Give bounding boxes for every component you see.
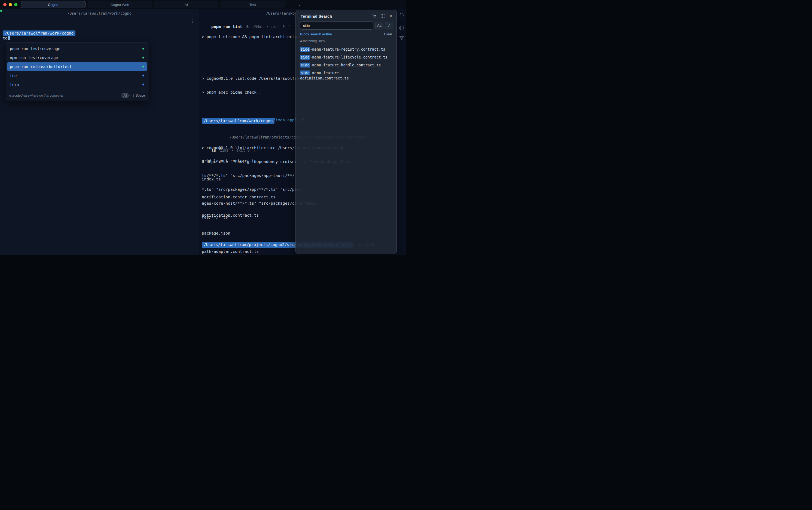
block-search-status: Block search active <box>300 32 332 36</box>
suggestion-text: tee <box>10 73 17 78</box>
typed-text: te <box>3 36 7 40</box>
suggestion-text: pnpm run release:build:test <box>10 64 72 69</box>
history-dot-icon <box>142 84 144 86</box>
prompt-path-badge: /Users/larswolfram/work/cogno <box>3 30 76 36</box>
search-match-highlight: side <box>300 63 310 67</box>
search-result-row[interactable]: side-menu-feature-definition.contract.ts <box>297 69 395 82</box>
search-result-row[interactable]: side-menu-feature-lifecycle.contract.ts <box>297 53 395 61</box>
palette-icon[interactable] <box>399 25 405 31</box>
match-case-button[interactable]: Aa <box>375 22 383 29</box>
history-dot-icon <box>142 74 144 77</box>
prompt-path-badge: /Users/larswolfram/work/cogno <box>202 118 274 124</box>
filter-icon[interactable] <box>399 35 405 41</box>
autocomplete-item[interactable]: tee <box>6 71 148 80</box>
search-result-row[interactable]: side-menu-feature-registry.contract.ts <box>297 46 395 53</box>
close-window-button[interactable] <box>3 3 6 6</box>
file-list-item: notification-center.contract.ts <box>202 194 299 200</box>
tab-label: Test <box>250 3 256 7</box>
tab-test[interactable]: Test <box>221 1 285 8</box>
suggestion-text: term <box>10 83 19 87</box>
notifications-bell-icon[interactable] <box>399 12 405 18</box>
file-list-item: notification.contract.ts <box>202 213 299 218</box>
tab-cogno-web[interactable]: Cogno Web <box>88 1 152 8</box>
search-results: side-menu-feature-registry.contract.ts s… <box>297 46 395 82</box>
close-icon[interactable]: ✕ <box>388 13 393 19</box>
tab-label: Cogno <box>48 3 58 7</box>
autocomplete-item[interactable]: npm run test:coverage <box>6 53 148 62</box>
text-cursor <box>8 36 10 40</box>
command-input-line[interactable]: te <box>3 36 10 40</box>
tab-label: AI <box>184 3 188 7</box>
file-name: grid-layout.contract.ts <box>202 159 257 163</box>
clear-search-link[interactable]: Clear <box>384 32 392 36</box>
regex-button[interactable]: .* <box>385 22 393 29</box>
file-name: notification-center.contract.ts <box>202 195 276 199</box>
history-dot-icon <box>142 66 144 67</box>
autocomplete-footer: executed elsewhere on this computer All … <box>6 91 148 100</box>
tab-bar: Cogno Cogno Web AI Test + ⌄ <box>0 0 406 9</box>
terminal-search-panel: Terminal Search ✕ Aa .* Bloc <box>295 10 397 254</box>
search-input[interactable] <box>300 22 373 30</box>
file-list-item: package.json <box>202 231 299 236</box>
zoom-window-button[interactable] <box>14 3 18 6</box>
autocomplete-note: executed elsewhere on this computer <box>9 94 63 97</box>
tab-label: Cogno Web <box>111 3 129 7</box>
app-window: Cogno Cogno Web AI Test + ⌄ /Users/larsw… <box>0 0 406 255</box>
command-header-row: pnpm run lint4s 434ms•exit 0⋮ <box>202 19 294 24</box>
pin-disabled-icon[interactable] <box>372 13 377 19</box>
file-name: notification.contract.ts <box>202 213 259 217</box>
autocomplete-dropdown: pnpm run test:coverage npm run test:cove… <box>6 42 148 100</box>
left-pane-path-header: /Users/larswolfram/work/cogno <box>0 11 199 16</box>
window-controls <box>3 3 18 6</box>
search-match-highlight: side <box>300 70 310 76</box>
file-name: index.ts <box>202 177 221 181</box>
command-header-row: ls22ms•exit 0⋮ <box>202 143 259 148</box>
shortcut-hint: ⇧ Space <box>132 94 145 97</box>
search-match-highlight: side <box>300 55 310 60</box>
history-dot-icon <box>142 57 144 59</box>
left-pane-menu-button[interactable]: ⋮ <box>190 19 195 24</box>
minimize-window-button[interactable] <box>9 3 12 6</box>
scope-all-badge[interactable]: All <box>121 93 129 98</box>
search-match-highlight: side <box>300 47 310 52</box>
autocomplete-item[interactable]: pnpm run test:coverage <box>6 44 148 53</box>
grid-dots-icon[interactable] <box>380 13 385 19</box>
result-count: 4 matching lines <box>300 39 325 43</box>
file-name: path-adapter.contract.ts <box>202 249 259 253</box>
file-name: package.json <box>202 231 230 235</box>
tab-cogno[interactable]: Cogno <box>21 1 86 8</box>
suggestion-text: pnpm run test:coverage <box>10 47 60 51</box>
file-list-item: index.ts <box>202 177 299 182</box>
file-list-item: path-adapter.contract.ts <box>202 249 299 254</box>
search-result-row[interactable]: side-menu-feature-handle.contract.ts <box>297 61 395 69</box>
tab-switcher-chevron-icon[interactable]: ⌄ <box>296 2 302 7</box>
file-list-item: grid-layout.contract.ts <box>202 158 299 163</box>
history-dot-icon <box>142 48 144 50</box>
tab-ai[interactable]: AI <box>154 1 219 8</box>
autocomplete-item-selected[interactable]: pnpm run release:build:test <box>7 62 147 71</box>
new-tab-button[interactable]: + <box>287 2 293 6</box>
suggestion-text: npm run test:coverage <box>10 56 58 60</box>
panel-title: Terminal Search <box>300 14 332 19</box>
file-list-output: grid-layout.contract.ts index.ts notific… <box>202 150 299 255</box>
autocomplete-item[interactable]: term <box>6 80 148 89</box>
